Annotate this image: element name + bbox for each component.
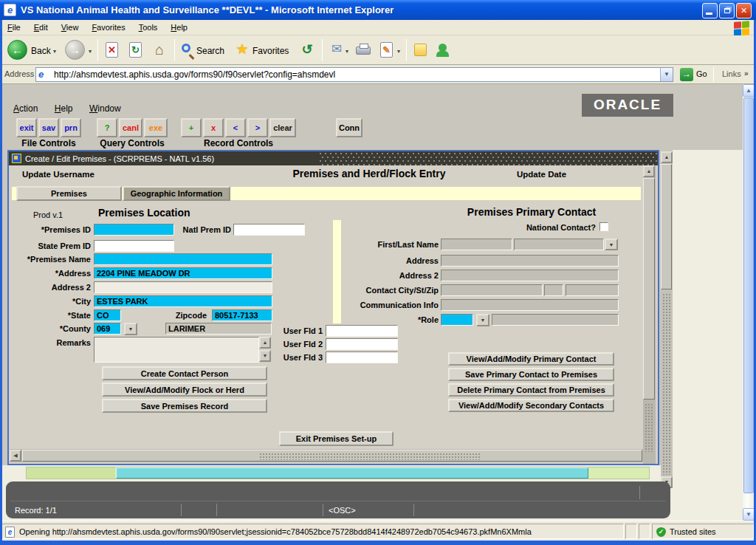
save-primary-contact-button[interactable]: Save Primary Contact to Premises bbox=[448, 368, 614, 381]
save-button[interactable]: sav bbox=[38, 118, 59, 137]
address-input-box[interactable]: e ▼ bbox=[35, 67, 673, 82]
user-fld-2-field[interactable] bbox=[326, 338, 398, 350]
query-execute-button[interactable]: exe bbox=[144, 118, 168, 137]
horizontal-scroll-thumb[interactable] bbox=[22, 450, 642, 462]
close-button[interactable]: ✕ bbox=[736, 3, 752, 18]
address-dropdown-icon[interactable]: ▼ bbox=[660, 68, 673, 81]
create-contact-person-button[interactable]: Create Contact Person bbox=[102, 366, 267, 380]
form-horizontal-scrollbar[interactable]: ◀ ▶ bbox=[10, 449, 656, 462]
forward-icon[interactable]: → bbox=[65, 40, 85, 60]
menu-edit[interactable]: Edit bbox=[34, 23, 48, 32]
stop-icon[interactable]: ✕ bbox=[103, 41, 121, 59]
contact-name-dropdown-button[interactable]: ▼ bbox=[605, 239, 618, 250]
premises-id-field[interactable] bbox=[94, 224, 174, 236]
user-fld-3-field[interactable] bbox=[326, 352, 398, 363]
print-button[interactable]: prn bbox=[61, 118, 81, 137]
form-scroll-up-button[interactable]: ▲ bbox=[643, 165, 655, 177]
oracle-menu-window[interactable]: Window bbox=[89, 103, 121, 114]
view-add-modify-primary-contact-button[interactable]: View/Add/Modify Primary Contact bbox=[448, 352, 614, 366]
edit-dropdown-icon[interactable]: ▾ bbox=[397, 48, 400, 55]
form-vertical-scrollbar[interactable]: ▲ bbox=[643, 165, 656, 464]
form-title-bar[interactable]: Create / Edit Premises - (SCRPREMS - NAT… bbox=[9, 151, 658, 165]
city-field[interactable] bbox=[94, 295, 272, 307]
record-clear-button[interactable]: clear bbox=[269, 118, 296, 137]
menu-favorites[interactable]: Favorites bbox=[92, 23, 125, 32]
record-insert-button[interactable]: + bbox=[181, 118, 202, 137]
oracle-menu-help[interactable]: Help bbox=[55, 103, 73, 114]
back-dropdown-icon[interactable]: ▾ bbox=[53, 48, 56, 55]
state-prem-id-field[interactable] bbox=[94, 240, 174, 252]
search-icon[interactable] bbox=[179, 41, 196, 59]
premises-name-field[interactable] bbox=[94, 253, 272, 265]
record-next-button[interactable]: > bbox=[247, 118, 268, 137]
applet-vertical-scrollbar[interactable]: ▲ ▼ bbox=[661, 151, 673, 488]
query-cancel-button[interactable]: canl bbox=[119, 118, 142, 137]
conn-button[interactable]: Conn bbox=[336, 118, 362, 137]
query-enter-button[interactable]: ? bbox=[97, 118, 117, 137]
home-icon[interactable]: ⌂ bbox=[151, 41, 168, 59]
menu-help[interactable]: Help bbox=[171, 23, 188, 32]
view-add-modify-secondary-contacts-button[interactable]: View/Add/Modify Secondary Contacts bbox=[448, 399, 614, 412]
browser-scroll-up-button[interactable]: ▲ bbox=[743, 84, 755, 97]
address-url-input[interactable] bbox=[54, 69, 652, 80]
menu-tools[interactable]: Tools bbox=[139, 23, 158, 32]
contact-state-field bbox=[544, 284, 563, 296]
menu-file[interactable]: File bbox=[7, 23, 21, 32]
applet-scroll-up-button[interactable]: ▲ bbox=[661, 151, 673, 163]
restore-button[interactable] bbox=[719, 3, 735, 18]
mail-icon[interactable]: ✉ bbox=[328, 41, 346, 59]
print-icon[interactable] bbox=[354, 41, 372, 59]
delete-primary-contact-button[interactable]: Delete Primary Contact from Premises bbox=[448, 383, 614, 397]
county-dropdown-button[interactable]: ▼ bbox=[124, 323, 137, 335]
tab-geographic-information[interactable]: Geographic Information bbox=[123, 186, 230, 201]
address-field[interactable] bbox=[94, 267, 272, 279]
back-icon[interactable]: ← bbox=[7, 40, 27, 60]
refresh-icon[interactable]: ↻ bbox=[127, 41, 145, 59]
zipcode-field[interactable] bbox=[212, 309, 272, 321]
state-field[interactable] bbox=[94, 309, 121, 321]
exit-premises-setup-button[interactable]: Exit Premises Set-up bbox=[279, 431, 394, 446]
applet-horizontal-scrollbar[interactable] bbox=[26, 467, 650, 479]
search-label[interactable]: Search bbox=[196, 46, 224, 56]
history-icon[interactable]: ↺ bbox=[298, 41, 316, 59]
applet-horizontal-scroll-thumb[interactable] bbox=[116, 467, 588, 479]
exit-button[interactable]: exit bbox=[16, 118, 37, 137]
tab-premises[interactable]: Premises bbox=[16, 186, 122, 201]
links-chevron-icon[interactable]: » bbox=[744, 69, 749, 78]
role-field[interactable] bbox=[441, 314, 473, 326]
applet-vertical-scroll-thumb[interactable] bbox=[661, 164, 672, 289]
save-premises-record-button[interactable]: Save Premises Record bbox=[102, 399, 267, 413]
user-fld-1-field[interactable] bbox=[326, 325, 398, 337]
county-code-field[interactable] bbox=[94, 323, 121, 335]
oracle-menu-action[interactable]: Action bbox=[13, 103, 38, 114]
remarks-scroll-up-button[interactable]: ▲ bbox=[259, 337, 271, 349]
favorites-icon[interactable]: ★ bbox=[233, 41, 251, 59]
mail-dropdown-icon[interactable]: ▾ bbox=[346, 48, 348, 55]
notes-icon[interactable] bbox=[412, 41, 430, 59]
links-label[interactable]: Links bbox=[722, 69, 741, 78]
browser-vertical-scrollbar[interactable]: ▲ ▼ bbox=[743, 84, 755, 521]
minimize-button[interactable] bbox=[702, 3, 718, 18]
record-previous-button[interactable]: < bbox=[225, 118, 246, 137]
scroll-left-button[interactable]: ◀ bbox=[10, 450, 21, 462]
address2-field[interactable] bbox=[94, 281, 272, 293]
role-dropdown-button[interactable]: ▼ bbox=[476, 314, 489, 326]
view-add-modify-flock-herd-button[interactable]: View/Add/Modify Flock or Herd bbox=[102, 383, 267, 397]
favorites-label[interactable]: Favorites bbox=[252, 46, 289, 56]
natl-prem-id-field[interactable] bbox=[233, 224, 305, 236]
browser-scroll-down-button[interactable]: ▼ bbox=[743, 508, 755, 521]
menu-view[interactable]: View bbox=[61, 23, 79, 32]
form-vertical-scroll-thumb[interactable] bbox=[643, 178, 655, 400]
back-label[interactable]: Back bbox=[31, 46, 51, 56]
forward-dropdown-icon[interactable]: ▾ bbox=[89, 48, 92, 55]
scroll-track-segment bbox=[27, 467, 115, 479]
national-contact-checkbox[interactable] bbox=[599, 222, 608, 231]
remarks-field[interactable] bbox=[94, 337, 259, 363]
remarks-scroll-down-button[interactable]: ▼ bbox=[259, 350, 271, 362]
record-delete-button[interactable]: x bbox=[203, 118, 224, 137]
go-icon[interactable]: → bbox=[680, 68, 693, 81]
edit-icon[interactable]: ✎ bbox=[378, 41, 396, 59]
browser-scroll-thumb[interactable] bbox=[743, 97, 754, 493]
messenger-icon[interactable] bbox=[434, 41, 452, 59]
go-label[interactable]: Go bbox=[696, 69, 707, 78]
